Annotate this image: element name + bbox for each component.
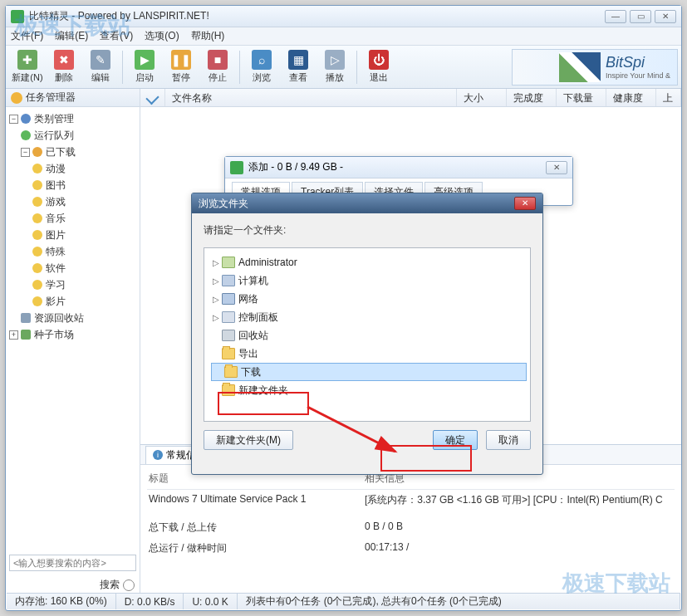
folder-item[interactable]: 下载 — [211, 363, 527, 381]
seed-icon — [21, 330, 31, 340]
tb-new[interactable]: ✚新建(N) — [9, 47, 46, 87]
window-title: 比特精灵 - Powered by LANSPIRIT.NET! — [29, 9, 605, 23]
col-filename[interactable]: 文件名称 — [165, 89, 457, 106]
titlebar: 比特精灵 - Powered by LANSPIRIT.NET! — ▭ ✕ — [6, 6, 681, 27]
col-upload[interactable]: 上 — [656, 89, 681, 106]
browse-message: 请指定一个文件夹: — [204, 223, 531, 237]
tb-stop[interactable]: ■停止 — [199, 47, 236, 87]
play-icon: ▷ — [325, 50, 345, 70]
new-icon: ✚ — [17, 50, 37, 70]
sidebar-leaf[interactable]: 软件 — [46, 260, 66, 276]
folder-label: 导出 — [238, 347, 258, 361]
info-row-sys: [系统内存：3.37 GB <1.16 GB 可用>] [CPU：Intel(R… — [363, 490, 675, 511]
sidebar-header: 任务管理器 — [6, 89, 140, 107]
add-dialog-close[interactable]: ✕ — [546, 161, 567, 174]
logo-graphic — [559, 52, 601, 82]
folder-item[interactable]: 回收站 — [211, 326, 527, 345]
col-size[interactable]: 大小 — [457, 89, 507, 106]
toolbar: ✚新建(N) ✖删除 ✎编辑 ▶启动 ❚❚暂停 ■停止 ⌕浏览 ▦查看 ▷播放 … — [6, 46, 681, 89]
browse-icon: ⌕ — [252, 50, 272, 70]
pause-icon: ❚❚ — [171, 50, 191, 70]
col-completion[interactable]: 完成度 — [507, 89, 557, 106]
stop-icon: ■ — [208, 50, 228, 70]
expander-icon[interactable]: − — [9, 115, 18, 124]
node-category[interactable]: 类别管理 — [34, 110, 74, 127]
node-recycle[interactable]: 资源回收站 — [34, 310, 84, 326]
tb-browse[interactable]: ⌕浏览 — [243, 47, 280, 87]
task-manager-icon — [11, 92, 22, 104]
sidebar-leaf[interactable]: 图片 — [46, 227, 66, 243]
tb-delete[interactable]: ✖删除 — [46, 47, 82, 87]
folder-label: Administrator — [238, 257, 297, 268]
maximize-button[interactable]: ▭ — [630, 10, 651, 23]
expander-icon[interactable]: ▷ — [211, 295, 220, 304]
status-up: U: 0.0 K — [184, 594, 237, 609]
expander-icon[interactable]: − — [21, 148, 30, 157]
sidebar-tree: − 类别管理 运行队列 − 已下载 动漫图书游戏音乐图片特殊软件学习影片 资源 — [6, 107, 140, 550]
add-dialog-title: 添加 - 0 B / 9.49 GB - — [248, 160, 343, 174]
app-icon — [11, 10, 24, 23]
menu-help[interactable]: 帮助(H) — [191, 29, 225, 43]
menu-options[interactable]: 选项(O) — [145, 29, 179, 43]
menu-view[interactable]: 查看(V) — [100, 29, 133, 43]
expander-icon[interactable]: + — [9, 330, 18, 340]
folder-label: 下载 — [241, 365, 261, 379]
folder-item[interactable]: ▷网络 — [211, 290, 527, 308]
statusbar: 内存池: 160 KB (0%) D: 0.0 KB/s U: 0.0 K 列表… — [7, 593, 680, 609]
folder-item[interactable]: 导出 — [211, 345, 527, 363]
info-icon: i — [153, 450, 163, 460]
search-icon[interactable] — [123, 579, 135, 591]
folder-item[interactable]: 新建文件夹 — [211, 381, 527, 399]
tb-play[interactable]: ▷播放 — [317, 47, 353, 87]
sidebar-leaf[interactable]: 动漫 — [46, 160, 66, 177]
close-button[interactable]: ✕ — [655, 10, 676, 23]
delete-icon: ✖ — [54, 50, 74, 70]
check-icon — [145, 90, 159, 104]
tb-edit[interactable]: ✎编辑 — [82, 47, 119, 87]
expander-icon[interactable]: ▷ — [211, 258, 220, 267]
leaf-icon — [32, 213, 42, 223]
status-mem: 内存池: 160 KB (0%) — [7, 594, 116, 609]
tb-start[interactable]: ▶启动 — [126, 47, 163, 87]
node-seed-market[interactable]: 种子市场 — [34, 326, 74, 343]
tb-pause[interactable]: ❚❚暂停 — [163, 47, 199, 87]
folder-item[interactable]: ▷控制面板 — [211, 308, 527, 326]
expander-icon[interactable]: ▷ — [211, 313, 220, 322]
node-run-queue[interactable]: 运行队列 — [34, 127, 74, 144]
folder-item[interactable]: ▷计算机 — [211, 271, 527, 290]
sidebar-leaf[interactable]: 游戏 — [46, 193, 66, 210]
sidebar-leaf[interactable]: 音乐 — [46, 210, 66, 227]
ok-button[interactable]: 确定 — [433, 430, 478, 450]
panel-icon — [222, 311, 235, 323]
menubar: 文件(F) 编辑(E) 查看(V) 选项(O) 帮助(H) — [6, 27, 681, 46]
sidebar-leaf[interactable]: 学习 — [46, 276, 66, 293]
sidebar-leaf[interactable]: 图书 — [46, 177, 66, 193]
tb-view[interactable]: ▦查看 — [280, 47, 317, 87]
sidebar-leaf[interactable]: 特殊 — [46, 243, 66, 260]
minimize-button[interactable]: — — [605, 10, 626, 23]
search-input[interactable] — [9, 555, 136, 571]
folder-label: 新建文件夹 — [238, 384, 288, 398]
cancel-button[interactable]: 取消 — [486, 430, 531, 450]
col-health[interactable]: 健康度 — [606, 89, 656, 106]
tb-exit[interactable]: ⏻退出 — [361, 47, 397, 87]
col-download[interactable]: 下载量 — [557, 89, 606, 106]
browse-close-button[interactable]: ✕ — [514, 197, 536, 210]
menu-edit[interactable]: 编辑(E) — [55, 29, 88, 43]
menu-file[interactable]: 文件(F) — [11, 29, 43, 43]
node-downloaded[interactable]: 已下载 — [46, 144, 76, 160]
logo-area: BitSpi Inspire Your Mind & — [512, 49, 678, 86]
expander-icon[interactable]: ▷ — [211, 276, 220, 286]
status-disk: D: 0.0 KB/s — [116, 594, 184, 609]
trash-icon — [21, 313, 31, 323]
folder-label: 控制面板 — [238, 310, 278, 325]
info-row-runtime-label: 总运行 / 做种时间 — [147, 538, 363, 559]
folder-tree[interactable]: ▷Administrator▷计算机▷网络▷控制面板回收站导出下载新建文件夹 — [204, 247, 531, 422]
info-row-runtime-val: 00:17:13 / — [363, 538, 675, 559]
new-folder-button[interactable]: 新建文件夹(M) — [204, 430, 293, 450]
leaf-icon — [32, 247, 42, 257]
logo-text: BitSpi — [606, 54, 670, 71]
leaf-icon — [32, 296, 42, 306]
folder-item[interactable]: ▷Administrator — [211, 253, 527, 271]
sidebar-leaf[interactable]: 影片 — [46, 293, 66, 310]
